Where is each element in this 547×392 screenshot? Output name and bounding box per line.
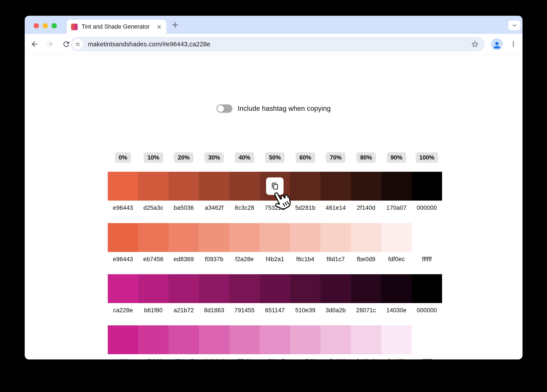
browser-menu-button[interactable] bbox=[509, 40, 518, 48]
swatch-cell: a21b72 bbox=[169, 274, 199, 314]
color-swatch-fae9f4[interactable] bbox=[381, 325, 412, 354]
hex-label: d54ea5 bbox=[169, 358, 199, 359]
percent-button[interactable]: 0% bbox=[115, 152, 131, 163]
color-swatch-510e39[interactable] bbox=[290, 274, 321, 303]
tab-close-button[interactable] bbox=[156, 24, 163, 30]
forward-button[interactable] bbox=[46, 40, 54, 48]
color-swatch-ffffff[interactable] bbox=[412, 325, 442, 354]
percent-button[interactable]: 40% bbox=[235, 152, 254, 163]
color-swatch-f0937b[interactable] bbox=[199, 223, 229, 252]
color-swatch-5d281b[interactable] bbox=[290, 172, 321, 201]
color-swatch-a21b72[interactable] bbox=[169, 274, 199, 303]
color-swatch-d54ea5[interactable] bbox=[169, 325, 199, 354]
color-swatch-2f140d[interactable] bbox=[351, 172, 381, 201]
percent-button[interactable]: 60% bbox=[296, 152, 315, 163]
color-swatch-e96443[interactable] bbox=[108, 223, 138, 252]
tab-strip: Tint and Shade Generator bbox=[25, 16, 522, 34]
traffic-light-zoom[interactable] bbox=[52, 23, 57, 28]
color-swatch-eb7456[interactable] bbox=[138, 223, 169, 252]
tab-search-chevron-button[interactable] bbox=[508, 20, 520, 30]
color-swatch-e591c7[interactable] bbox=[260, 325, 290, 354]
hex-label: 8d1863 bbox=[199, 307, 229, 314]
percent-row: 0%10%20%30%40%50%60%70%80%90%100% bbox=[108, 152, 442, 163]
color-swatch-791455[interactable] bbox=[229, 274, 260, 303]
site-settings-button[interactable] bbox=[72, 39, 83, 49]
swatch-cell: ba5036 bbox=[169, 172, 199, 211]
hex-label: e96443 bbox=[108, 204, 138, 211]
percent-button[interactable]: 70% bbox=[326, 152, 345, 163]
reload-button[interactable] bbox=[62, 40, 70, 48]
color-swatch-da64b0[interactable] bbox=[199, 325, 229, 354]
percent-button[interactable]: 50% bbox=[265, 152, 284, 163]
back-button[interactable] bbox=[30, 40, 39, 48]
percent-button[interactable]: 30% bbox=[205, 152, 224, 163]
color-swatch-ed8369[interactable] bbox=[169, 223, 199, 252]
color-swatch-fdf0ec[interactable] bbox=[381, 223, 412, 252]
hex-label: fdf0ec bbox=[381, 256, 412, 263]
color-swatch-170a07[interactable] bbox=[381, 172, 412, 201]
swatch-cell: df7abb bbox=[229, 325, 260, 359]
url-text: maketintsandshades.com/#e96443,ca228e bbox=[88, 37, 210, 51]
hex-label: d25a3c bbox=[138, 204, 169, 211]
color-swatch-e96443[interactable] bbox=[108, 172, 138, 201]
profile-avatar[interactable] bbox=[491, 38, 503, 50]
tab-close-icon bbox=[156, 24, 162, 30]
traffic-light-close[interactable] bbox=[34, 23, 39, 28]
swatch-cell: 8c3c28 bbox=[229, 172, 260, 211]
color-swatch-df7abb[interactable] bbox=[229, 325, 260, 354]
swatch-cell: 170a07 bbox=[381, 172, 412, 211]
toggle-label: Include hashtag when copying bbox=[238, 105, 331, 113]
color-swatch-eaa7d2[interactable] bbox=[290, 325, 321, 354]
color-swatch-651147[interactable] bbox=[260, 274, 290, 303]
color-swatch-d25a3c[interactable] bbox=[138, 172, 169, 201]
swatch-cell: fbe0d9 bbox=[351, 223, 381, 263]
color-swatch-000000[interactable] bbox=[412, 172, 442, 201]
hex-label: 28071c bbox=[351, 307, 381, 314]
swatch-cell: 000000 bbox=[412, 274, 442, 314]
swatch-cell: 753222 bbox=[260, 172, 290, 211]
color-swatch-000000[interactable] bbox=[412, 274, 442, 303]
color-swatch-a3462f[interactable] bbox=[199, 172, 229, 201]
color-swatch-14030e[interactable] bbox=[381, 274, 412, 303]
color-swatch-f4d3e8[interactable] bbox=[351, 325, 381, 354]
percent-button[interactable]: 90% bbox=[387, 152, 406, 163]
bookmark-button[interactable] bbox=[471, 40, 479, 48]
color-swatch-3d0a2b[interactable] bbox=[321, 274, 351, 303]
hashtag-toggle-row: Include hashtag when copying bbox=[25, 104, 522, 113]
color-swatch-efbddd[interactable] bbox=[321, 325, 351, 354]
percent-button[interactable]: 10% bbox=[144, 152, 163, 163]
color-swatch-ca228e[interactable] bbox=[108, 274, 138, 303]
color-swatch-28071c[interactable] bbox=[351, 274, 381, 303]
percent-button[interactable]: 100% bbox=[416, 152, 438, 163]
color-swatch-461e14[interactable] bbox=[321, 172, 351, 201]
color-swatch-f4b2a1[interactable] bbox=[260, 223, 290, 252]
percent-cell: 50% bbox=[260, 152, 290, 163]
hashtag-toggle[interactable] bbox=[216, 104, 232, 113]
color-swatch-ba5036[interactable] bbox=[169, 172, 199, 201]
hex-label: f8d1c7 bbox=[321, 256, 351, 263]
percent-button[interactable]: 20% bbox=[174, 152, 193, 163]
url-bar[interactable]: maketintsandshades.com/#e96443,ca228e bbox=[70, 37, 485, 51]
swatch-cell: cf3899 bbox=[138, 325, 169, 359]
tab-title: Tint and Shade Generator bbox=[82, 23, 156, 30]
new-tab-button[interactable] bbox=[171, 20, 179, 29]
color-swatch-f6c1b4[interactable] bbox=[290, 223, 321, 252]
browser-tab[interactable]: Tint and Shade Generator bbox=[67, 20, 166, 34]
traffic-light-minimize[interactable] bbox=[43, 23, 48, 28]
toggle-knob bbox=[217, 105, 224, 112]
percent-button[interactable]: 80% bbox=[356, 152, 376, 163]
color-swatch-b61f80[interactable] bbox=[138, 274, 169, 303]
color-swatch-f8d1c7[interactable] bbox=[321, 223, 351, 252]
color-swatch-fbe0d9[interactable] bbox=[351, 223, 381, 252]
back-arrow-icon bbox=[30, 40, 39, 48]
color-swatch-8c3c28[interactable] bbox=[229, 172, 260, 201]
color-swatch-8d1863[interactable] bbox=[199, 274, 229, 303]
color-swatch-f2a28e[interactable] bbox=[229, 223, 260, 252]
hex-label: ed8369 bbox=[169, 256, 199, 263]
color-swatch-cf3899[interactable] bbox=[138, 325, 169, 354]
hex-label: ffffff bbox=[412, 256, 442, 263]
chevron-down-icon bbox=[511, 22, 518, 28]
site-settings-icon bbox=[75, 41, 81, 47]
color-swatch-ca228e[interactable] bbox=[108, 325, 138, 354]
color-swatch-ffffff[interactable] bbox=[412, 223, 442, 252]
